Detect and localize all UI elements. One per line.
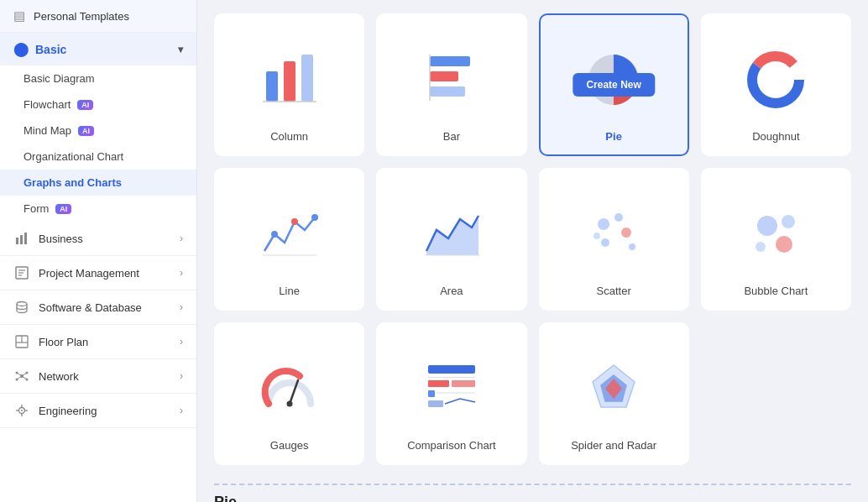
form-label: Form <box>24 202 49 215</box>
svg-point-46 <box>601 238 609 247</box>
graphs-charts-label: Graphs and Charts <box>24 176 122 189</box>
bubble-chart-label: Bubble Chart <box>744 285 808 297</box>
mind-map-label: Mind Map <box>24 124 71 137</box>
svg-rect-57 <box>428 380 449 387</box>
svg-rect-55 <box>428 365 475 374</box>
chart-card-column[interactable]: Column <box>214 13 364 156</box>
sidebar-section-basic: ⬤ Basic ▾ Basic Diagram Flowchart AI Min… <box>0 33 196 222</box>
chart-grid: Column Bar <box>214 13 851 465</box>
chart-card-bubble[interactable]: Bubble Chart <box>701 168 851 311</box>
sidebar-item-mind-map[interactable]: Mind Map AI <box>0 118 196 144</box>
svg-point-47 <box>629 243 635 250</box>
sidebar-section-header-basic[interactable]: ⬤ Basic ▾ <box>0 33 196 65</box>
project-management-label: Project Management <box>39 267 139 280</box>
scatter-label: Scatter <box>597 285 631 297</box>
doughnut-label: Doughnut <box>752 130 799 143</box>
engineering-label: Engineering <box>39 405 97 417</box>
chart-card-line[interactable]: Line <box>214 168 364 311</box>
doughnut-chart-svg <box>742 46 809 113</box>
line-label: Line <box>279 285 300 297</box>
svg-rect-58 <box>452 380 475 387</box>
sidebar-item-personal-templates[interactable]: ▤ Personal Templates <box>0 0 196 33</box>
main-content: Column Bar <box>197 0 868 502</box>
area-icon-area <box>386 192 516 276</box>
flowchart-ai-badge: AI <box>77 100 93 110</box>
pie-label: Pie <box>605 130 622 143</box>
sidebar-item-org-chart[interactable]: Organizational Chart <box>0 144 196 170</box>
comparison-chart-label: Comparison Chart <box>407 439 496 452</box>
svg-point-49 <box>757 216 777 236</box>
sidebar-item-software-database[interactable]: Software & Database › <box>0 290 196 325</box>
bottom-section-label: Pie <box>214 484 851 502</box>
gauges-icon-area <box>224 347 354 431</box>
sidebar-item-project-management[interactable]: Project Management › <box>0 256 196 290</box>
chart-card-bar[interactable]: Bar <box>376 13 526 156</box>
svg-point-52 <box>756 242 766 252</box>
floor-plan-icon <box>13 333 30 350</box>
nw-chevron-icon: › <box>180 370 183 382</box>
sidebar-item-engineering[interactable]: Engineering › <box>0 394 196 428</box>
sidebar-item-network[interactable]: Network › <box>0 359 196 394</box>
svg-point-44 <box>614 213 623 222</box>
sidebar-item-basic-diagram[interactable]: Basic Diagram <box>0 65 196 92</box>
spider-radar-label: Spider and Radar <box>571 439 656 452</box>
business-label: Business <box>39 233 83 245</box>
chart-card-scatter[interactable]: Scatter <box>539 168 689 311</box>
area-chart-svg <box>418 201 485 268</box>
sidebar-item-graphs-charts[interactable]: Graphs and Charts <box>0 170 196 196</box>
spider-radar-chart-svg <box>580 355 647 422</box>
line-icon-area <box>224 192 354 276</box>
sidebar-item-business[interactable]: Business › <box>0 222 196 256</box>
comparison-icon-area <box>386 347 516 431</box>
svg-rect-0 <box>16 238 18 244</box>
spider-radar-icon-area <box>549 347 679 431</box>
mind-map-ai-badge: AI <box>78 126 94 136</box>
nw-left: Network <box>13 368 79 384</box>
floor-plan-label: Floor Plan <box>39 336 88 348</box>
svg-point-7 <box>17 302 27 306</box>
scatter-icon-area <box>549 192 679 276</box>
create-new-button[interactable]: Create New <box>573 73 654 97</box>
fp-left: Floor Plan <box>13 333 88 350</box>
eng-chevron-icon: › <box>180 405 183 416</box>
svg-rect-26 <box>266 71 278 102</box>
gauges-chart-svg <box>256 355 323 422</box>
svg-point-51 <box>776 236 792 253</box>
form-ai-badge: AI <box>55 204 71 214</box>
basic-dot-icon: ⬤ <box>13 41 29 57</box>
column-label: Column <box>270 130 308 143</box>
sidebar-item-floor-plan[interactable]: Floor Plan › <box>0 325 196 359</box>
svg-point-50 <box>782 215 795 228</box>
basic-chevron-icon: ▾ <box>178 44 183 55</box>
template-icon: ▤ <box>13 8 25 24</box>
column-icon-area <box>224 38 354 122</box>
project-management-icon <box>13 264 30 281</box>
chart-card-spider-radar[interactable]: Spider and Radar <box>539 322 689 465</box>
line-chart-svg <box>256 201 323 268</box>
svg-point-38 <box>271 231 278 238</box>
network-label: Network <box>39 370 79 383</box>
svg-point-54 <box>286 401 292 407</box>
engineering-icon <box>13 402 30 419</box>
svg-point-40 <box>311 214 318 221</box>
sidebar-item-form[interactable]: Form AI <box>0 196 196 222</box>
svg-point-45 <box>621 227 631 238</box>
chart-card-area[interactable]: Area <box>376 168 526 311</box>
doughnut-icon-area <box>711 38 841 122</box>
gauges-label: Gauges <box>270 439 309 452</box>
flowchart-label: Flowchart <box>24 98 71 111</box>
chart-card-doughnut[interactable]: Doughnut <box>701 13 851 156</box>
sidebar-item-flowchart[interactable]: Flowchart AI <box>0 92 196 118</box>
basic-label: Basic <box>35 43 66 56</box>
business-left: Business <box>13 230 83 247</box>
chart-card-gauges[interactable]: Gauges <box>214 322 364 465</box>
comparison-chart-svg <box>418 355 485 422</box>
pm-left: Project Management <box>13 264 139 281</box>
chart-card-comparison[interactable]: Comparison Chart <box>376 322 526 465</box>
sw-chevron-icon: › <box>180 301 183 313</box>
chart-card-pie[interactable]: Create New Pie <box>539 13 689 156</box>
svg-line-18 <box>17 376 22 379</box>
scatter-chart-svg <box>580 201 647 268</box>
business-icon <box>13 230 30 247</box>
svg-point-37 <box>762 66 789 93</box>
